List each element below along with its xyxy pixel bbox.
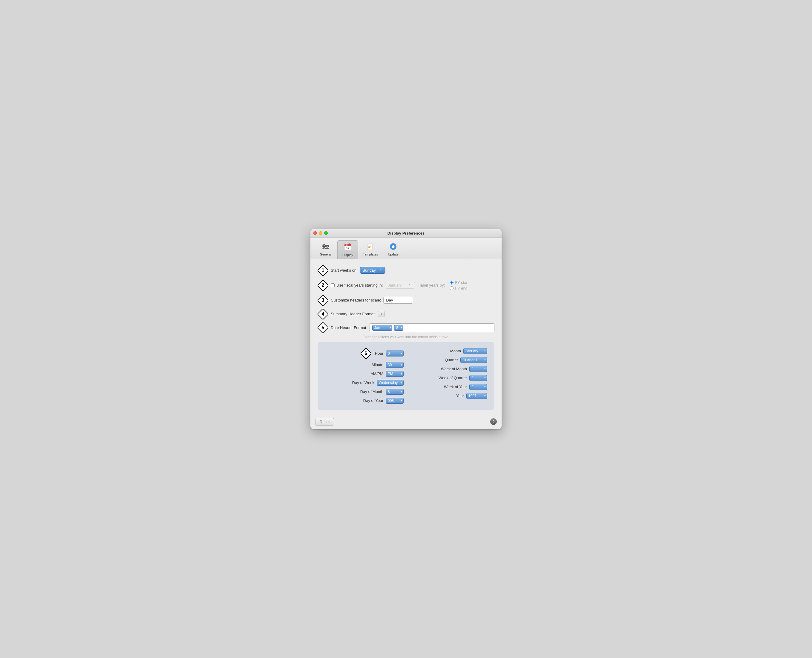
token-row-weekofquarter: Week of Quarter 2 [408, 375, 487, 381]
token-ampm-select[interactable]: PM AM [386, 371, 404, 377]
date-header-label: Date Header Format: [331, 326, 367, 330]
summary-header-add-button[interactable]: + [378, 311, 385, 317]
token-row-dayofmonth: Day of Month 8 [325, 389, 404, 395]
token-minute-label: Minute [372, 362, 383, 367]
token-quarter-container: Quarter 1 [460, 357, 487, 363]
token-hour-label: Hour [375, 351, 383, 356]
token-dayofweek-select[interactable]: Wednesday Monday Tuesday Thursday Friday… [377, 380, 404, 386]
token-hour-select[interactable]: 6 [386, 351, 404, 357]
maximize-button[interactable] [324, 231, 328, 235]
scale-select[interactable]: Day Week Month Quarter Year [383, 297, 413, 304]
token-quarter-select[interactable]: Quarter 1 [460, 357, 487, 363]
templates-icon [366, 242, 375, 251]
token-dayofmonth-select[interactable]: 8 [386, 389, 404, 395]
token-dayofyear-container: 008 [386, 398, 404, 404]
svg-point-4 [327, 246, 328, 248]
fiscal-month-select-container: January [385, 282, 415, 289]
plus-icon: + [380, 312, 383, 316]
tab-update[interactable]: Update [383, 240, 404, 259]
section-date-header: 5 Date Header Format: Jan January 8 [318, 323, 494, 333]
label-years-group: FY start FY end [450, 280, 468, 290]
tab-templates-label: Templates [363, 252, 378, 256]
fiscal-month-select[interactable]: January [385, 282, 415, 289]
preferences-window: Display Preferences General [310, 229, 502, 429]
tab-display-label: Display [343, 253, 353, 257]
badge-3: 3 [318, 295, 329, 306]
token-dayofyear-select[interactable]: 008 [386, 398, 404, 404]
token-weekofquarter-select[interactable]: 2 [469, 375, 487, 381]
section-fiscal-years: 2 Use fiscal years starting in: January … [318, 280, 494, 291]
token-weekofmonth-label: Week of Month [441, 367, 467, 371]
token-dayofweek-label: Day of Week [352, 381, 374, 385]
fy-start-label: FY start [455, 280, 468, 285]
fy-start-radio[interactable] [450, 280, 454, 285]
token-row-hour: 6 Hour 6 [325, 348, 404, 359]
scale-select-container: Day Week Month Quarter Year [383, 297, 413, 304]
help-button[interactable]: ? [490, 418, 497, 425]
section-start-weeks: 1 Start weeks on: Sunday Monday Saturday [318, 265, 494, 276]
badge-1: 1 [318, 265, 329, 276]
tokens-area: 6 Hour 6 Minute 30 [318, 342, 494, 410]
tab-templates[interactable]: Templates [360, 240, 382, 259]
date-header-format-field[interactable]: Jan January 8 [369, 323, 494, 332]
svg-rect-21 [392, 247, 394, 248]
badge-6-label: 6 [365, 351, 367, 356]
fy-end-label: FY end [455, 286, 468, 290]
token-row-year: Year 1997 [408, 393, 487, 399]
svg-rect-15 [368, 245, 371, 245]
token-row-dayofweek: Day of Week Wednesday Monday Tuesday Thu… [325, 380, 404, 386]
minimize-button[interactable] [319, 231, 322, 235]
close-button[interactable] [313, 231, 317, 235]
token1-container: Jan January [372, 325, 392, 331]
update-icon [388, 242, 398, 251]
fy-end-radio[interactable] [450, 286, 454, 290]
token-hour-container: 6 [386, 351, 404, 357]
token-row-weekofyear: Week of Year 2 [408, 384, 487, 390]
titlebar: Display Preferences [310, 229, 502, 238]
token-year-label: Year [456, 393, 464, 398]
tab-general-label: General [320, 252, 331, 256]
fiscal-years-checkbox-row: Use fiscal years starting in: [331, 283, 383, 287]
token-weekofyear-label: Week of Year [444, 385, 467, 389]
svg-rect-16 [368, 246, 371, 246]
token-row-month: Month January [408, 348, 487, 354]
token-weekofmonth-container: 2 [469, 366, 487, 372]
token-row-weekofmonth: Week of Month 2 [408, 366, 487, 372]
general-icon [321, 242, 330, 251]
token-dayofmonth-label: Day of Month [360, 389, 383, 394]
token-month-container: January [463, 348, 487, 354]
label-years-by: label years by: [420, 283, 445, 287]
token1-select[interactable]: Jan January [372, 325, 392, 331]
token-ampm-label: AM/PM [371, 371, 383, 376]
svg-rect-17 [368, 247, 370, 248]
start-weeks-select[interactable]: Sunday Monday Saturday [360, 267, 385, 274]
tab-display[interactable]: 17 Display [337, 240, 358, 259]
svg-text:17: 17 [346, 246, 349, 249]
tab-general[interactable]: General [315, 240, 336, 259]
svg-rect-8 [344, 245, 351, 246]
tokens-right-column: Month January Quarter Quarter 1 [408, 348, 487, 404]
bottom-bar: Reset ? [310, 414, 502, 429]
tokens-left-column: 6 Hour 6 Minute 30 [325, 348, 404, 404]
token-weekofyear-select[interactable]: 2 [469, 384, 487, 390]
main-content: 1 Start weeks on: Sunday Monday Saturday… [310, 259, 502, 414]
badge-2-label: 2 [322, 283, 324, 288]
token-weekofquarter-label: Week of Quarter [438, 376, 467, 380]
token2-container: 8 [394, 325, 403, 331]
badge-3-label: 3 [322, 298, 324, 303]
svg-point-5 [324, 248, 325, 249]
token2-select[interactable]: 8 [394, 325, 403, 331]
token-month-select[interactable]: January [463, 348, 487, 354]
badge-6: 6 [361, 348, 371, 359]
token-year-select[interactable]: 1997 [466, 393, 487, 399]
reset-button[interactable]: Reset [315, 418, 334, 426]
token-weekofquarter-container: 2 [469, 375, 487, 381]
token-minute-select[interactable]: 30 [386, 362, 404, 368]
token-row-dayofyear: Day of Year 008 [325, 398, 404, 404]
token-weekofyear-container: 2 [469, 384, 487, 390]
fiscal-years-checkbox[interactable] [331, 283, 335, 287]
token-quarter-label: Quarter [445, 358, 458, 362]
token-row-ampm: AM/PM PM AM [325, 371, 404, 377]
svg-point-3 [324, 244, 325, 246]
token-weekofmonth-select[interactable]: 2 [469, 366, 487, 372]
